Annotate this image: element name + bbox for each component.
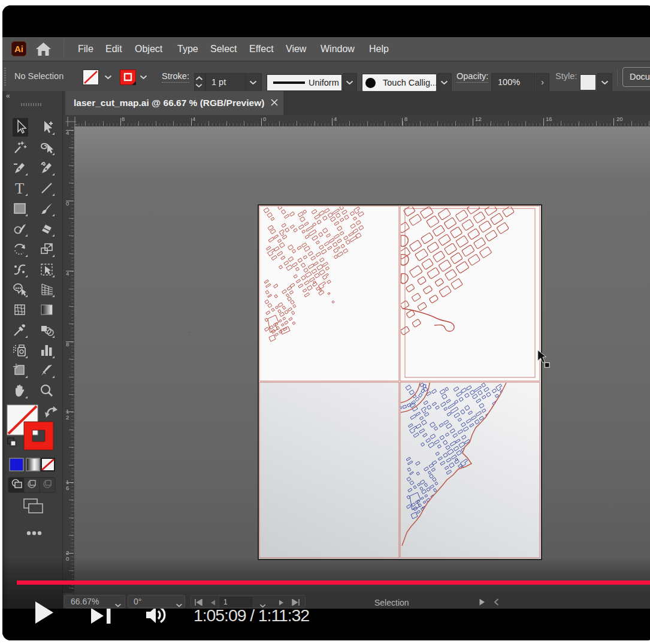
svg-text:T: T (15, 180, 24, 196)
